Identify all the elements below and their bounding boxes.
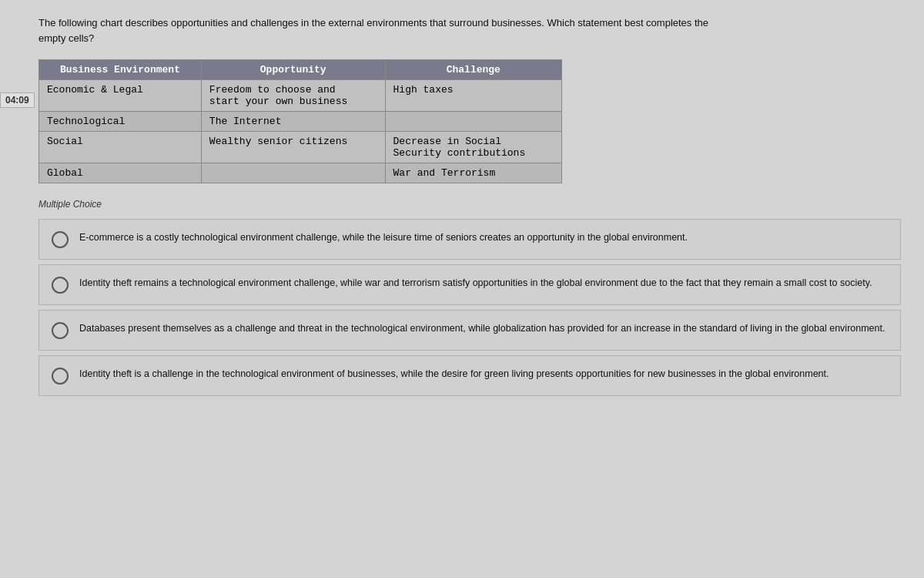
answer-text-c: Databases present themselves as a challe… [79, 321, 888, 336]
table-cell-challenge: High taxes [385, 80, 561, 112]
answer-card-d[interactable]: Identity theft is a challenge in the tec… [38, 355, 901, 396]
table-row: Economic & LegalFreedom to choose and st… [39, 80, 562, 112]
table-cell-challenge [385, 112, 561, 132]
col-header-environment: Business Environment [39, 60, 202, 80]
table-row: GlobalWar and Terrorism [39, 163, 562, 183]
radio-button-b[interactable] [52, 277, 69, 294]
timer-badge: 04:09 [0, 92, 35, 108]
answer-text-d: Identity theft is a challenge in the tec… [79, 367, 888, 381]
table-row: SocialWealthy senior citizensDecrease in… [39, 132, 562, 163]
answer-card-c[interactable]: Databases present themselves as a challe… [38, 310, 901, 351]
radio-button-c[interactable] [52, 322, 69, 339]
answer-text-b: Identity theft remains a technological e… [79, 276, 888, 291]
table-container: Business Environment Opportunity Challen… [38, 59, 562, 183]
table-cell-challenge: War and Terrorism [385, 163, 561, 183]
answer-card-b[interactable]: Identity theft remains a technological e… [38, 264, 901, 305]
table-cell-environment: Social [39, 132, 202, 163]
main-container: 04:09 The following chart describes oppo… [0, 0, 924, 578]
table-cell-environment: Economic & Legal [39, 80, 202, 112]
table-cell-environment: Technological [39, 112, 202, 132]
question-type-label: Multiple Choice [38, 199, 901, 210]
question-text: The following chart describes opportunit… [38, 15, 732, 45]
answer-card-a[interactable]: E-commerce is a costly technological env… [38, 219, 901, 260]
table-cell-environment: Global [39, 163, 202, 183]
answer-text-a: E-commerce is a costly technological env… [79, 230, 888, 245]
table-cell-challenge: Decrease in Social Security contribution… [385, 132, 561, 163]
table-cell-opportunity: The Internet [201, 112, 385, 132]
table-cell-opportunity: Freedom to choose and start your own bus… [201, 80, 385, 112]
col-header-challenge: Challenge [385, 60, 561, 80]
table-cell-opportunity [201, 163, 385, 183]
table-row: TechnologicalThe Internet [39, 112, 562, 132]
radio-button-a[interactable] [52, 231, 69, 248]
radio-button-d[interactable] [52, 368, 69, 385]
col-header-opportunity: Opportunity [201, 60, 385, 80]
answers-section: E-commerce is a costly technological env… [38, 219, 901, 396]
table-cell-opportunity: Wealthy senior citizens [201, 132, 385, 163]
business-table: Business Environment Opportunity Challen… [38, 59, 562, 183]
